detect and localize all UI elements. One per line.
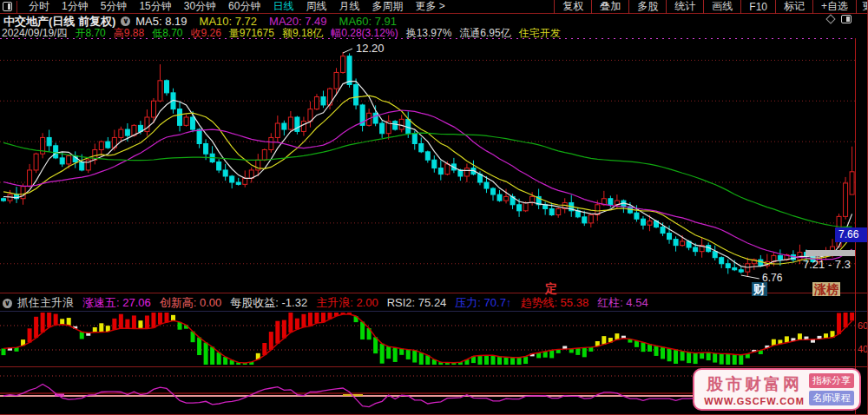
quote-field: 低8.70 xyxy=(152,27,182,39)
toolbar-button-复权[interactable]: 复权 xyxy=(554,0,591,14)
indicator-field: 红柱: 4.54 xyxy=(597,296,648,309)
toolbar-button-标记[interactable]: 标记 xyxy=(775,0,812,14)
peak-price-label: 12.20 xyxy=(356,42,385,55)
indicator-chevron-icon[interactable]: ∨ xyxy=(3,299,12,308)
toolbar-button-+自选[interactable]: +自选 xyxy=(812,0,856,14)
indicator-header: ∨ 抓住主升浪 涨速五: 27.06创新高: 0.00每股收益: -1.32主升… xyxy=(0,296,868,310)
menu-item-周线[interactable]: 周线 xyxy=(299,0,332,14)
menu-item-15分钟[interactable]: 15分钟 xyxy=(133,0,177,14)
toolbar-button-叠加[interactable]: 叠加 xyxy=(591,0,628,14)
indicator-name[interactable]: 抓住主升浪 xyxy=(17,295,74,311)
toolbar-button-F10[interactable]: F10 xyxy=(740,0,775,14)
watermark-badge-2: 名师课程 xyxy=(809,391,854,405)
quote-field: 开8.70 xyxy=(75,27,105,39)
chart-top-dotted-line xyxy=(0,38,855,39)
menu-item-日线[interactable]: 日线 xyxy=(266,0,299,14)
stamp-zhangbang: 涨榜 xyxy=(812,282,840,296)
quote-field: 额9.18亿 xyxy=(282,27,323,39)
halt-range-label: 7.21 - 7.3 xyxy=(803,258,851,271)
period-menu-items: 分时1分钟5分钟15分钟30分钟60分钟日线周线月线多周期更多 > xyxy=(23,0,451,14)
current-price-box: 7.66 xyxy=(835,227,868,242)
indicator-field: 压力: 70.7↑ xyxy=(455,296,511,309)
quote-field: 流通6.95亿 xyxy=(459,27,510,39)
toolbar-button-多股[interactable]: 多股 xyxy=(628,0,666,14)
stamp-cai: 财 xyxy=(752,282,767,296)
indicator-header-separator xyxy=(0,311,868,312)
main-candlestick-chart[interactable] xyxy=(0,0,868,415)
menu-item-分时[interactable]: 分时 xyxy=(23,0,56,14)
quote-field: 住宅开发 xyxy=(519,27,561,39)
indicator-fields: 涨速五: 27.06创新高: 0.00每股收益: -1.32主升浪: 2.00R… xyxy=(82,295,657,311)
toolbar-button-更[interactable]: 更 xyxy=(856,0,868,14)
toolbar-button-画线[interactable]: 画线 xyxy=(703,0,740,14)
indicator-field: 涨速五: 27.06 xyxy=(82,296,151,309)
menu-item-60分钟[interactable]: 60分钟 xyxy=(222,0,266,14)
trading-app-window: 分时1分钟5分钟15分钟30分钟60分钟日线周线月线多周期更多 > 复权叠加多股… xyxy=(0,0,868,415)
main-indicator-separator xyxy=(0,293,868,293)
quote-field: 量971675 xyxy=(229,27,274,39)
quote-field: 幅0.28(3.12%) xyxy=(331,27,398,39)
toolbar-button-统计[interactable]: 统计 xyxy=(666,0,703,14)
diamond-icon[interactable] xyxy=(825,14,835,23)
quote-field: 收9.26 xyxy=(190,27,220,39)
split-window-icon[interactable] xyxy=(841,15,852,23)
indicator-axis-60: 60 xyxy=(858,320,868,331)
watermark-card: 股市财富网 WWW.GSCFW.COM 指标分享 名师课程 xyxy=(693,368,861,411)
halt-range-bar xyxy=(806,250,855,256)
watermark-title: 股市财富网 xyxy=(703,373,806,396)
watermark-url: WWW.GSCFW.COM xyxy=(703,396,806,406)
chevron-down-icon[interactable]: ∨ xyxy=(121,16,130,26)
quote-info-row: 2024/09/19/四 开8.70高9.88低8.70收9.26量971675… xyxy=(0,27,868,39)
menu-divider xyxy=(16,1,17,13)
quote-field: 换13.97% xyxy=(406,27,452,39)
toolbar-buttons: 复权叠加多股统计画线F10标记+自选更 xyxy=(554,0,868,14)
indicator-axis-40: 40 xyxy=(858,344,868,354)
menu-item-多周期[interactable]: 多周期 xyxy=(365,0,409,14)
indicator-field: 主升浪: 2.00 xyxy=(316,296,378,309)
watermark-badge-1: 指标分享 xyxy=(809,373,854,388)
indicator-osc-separator xyxy=(0,366,868,367)
indicator-field: RSI2: 75.24 xyxy=(387,296,447,309)
indicator-field: 创新高: 0.00 xyxy=(160,296,222,309)
right-axis-line xyxy=(855,38,856,414)
indicator-field: 趋势线: 55.38 xyxy=(520,296,589,309)
stamp-ding: 定 xyxy=(545,281,557,295)
menu-item-30分钟[interactable]: 30分钟 xyxy=(178,0,222,14)
indicator-field: 每股收益: -1.32 xyxy=(230,296,307,309)
menu-item-更多 >[interactable]: 更多 > xyxy=(409,0,450,14)
period-menu-bar: 分时1分钟5分钟15分钟30分钟60分钟日线周线月线多周期更多 > 复权叠加多股… xyxy=(0,0,868,14)
menu-item-5分钟[interactable]: 5分钟 xyxy=(95,0,134,14)
quote-field: 高9.88 xyxy=(114,27,144,39)
window-layout-icon[interactable] xyxy=(3,2,12,11)
menu-item-1分钟[interactable]: 1分钟 xyxy=(56,0,95,14)
menu-item-月线[interactable]: 月线 xyxy=(332,0,365,14)
